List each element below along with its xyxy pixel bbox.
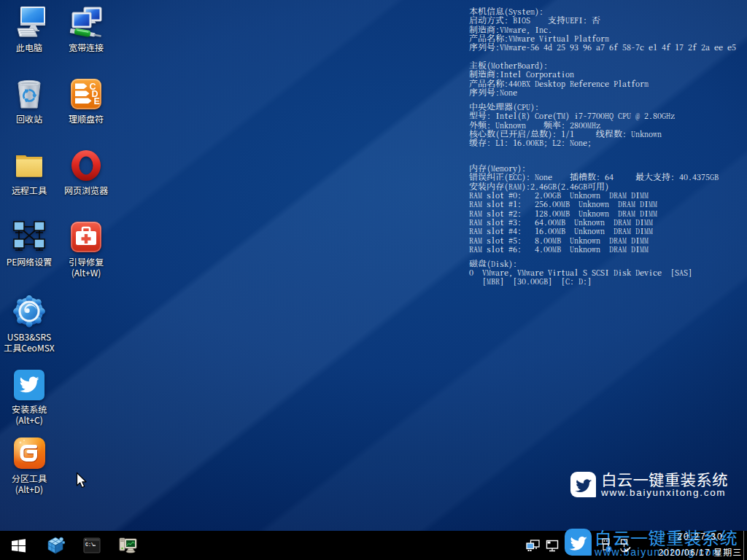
this-pc-icon (12, 6, 46, 39)
mouse-cursor (76, 472, 87, 489)
desktop-icon-label: 网页浏览器 (58, 184, 114, 195)
desktop-icon-recycle-bin[interactable]: 回收站 (1, 77, 57, 124)
twitter-bird-icon (573, 475, 593, 494)
taskbar-app-pecmd[interactable] (39, 531, 73, 560)
twitter-bird-app-icon (13, 369, 45, 401)
desktop-icon-label: USB3&SRS (1, 331, 57, 342)
system-info-section-cpu: 中央处理器(CPU): 型号: Intel(R) Core(TM) i7-770… (469, 102, 675, 147)
desktop-icon-remote-tools[interactable]: 远程工具 (1, 149, 57, 195)
tray-display-switch-icon[interactable] (523, 540, 542, 552)
hardware-monitor-icon (119, 537, 137, 554)
dual-display-icon (526, 540, 540, 552)
desktop-icon-label: PE网络设置 (1, 256, 57, 267)
system-info-section-memory: 内存(Memory): 错误纠正(ECC): None 插槽数: 64 最大支持… (469, 163, 719, 253)
desktop-icon-label: 引导修复 (58, 256, 114, 267)
windows-logo-icon (12, 539, 26, 553)
folder-icon (12, 149, 46, 182)
watermark-desktop: 白云一键重装系统 www.baiyunxitong.com (570, 472, 728, 498)
desktop-icon-label: 安装系统 (1, 403, 57, 414)
tray-input-device-icon[interactable] (615, 538, 634, 553)
broadband-icon (69, 6, 103, 39)
desktop-icon-pe-network-settings[interactable]: PE网络设置 (1, 220, 57, 267)
desktop-icon-this-pc[interactable]: 此电脑 (1, 6, 57, 52)
opera-icon (69, 149, 103, 182)
desktop-icon-label2: (Alt+C) (1, 414, 57, 425)
desktop-icon-label: 远程工具 (1, 184, 57, 195)
desktop-icon-install-system[interactable]: 安装系统 (Alt+C) (1, 369, 57, 425)
first-aid-kit-icon (69, 220, 103, 254)
desktop-icon-usb3-srs-tool[interactable]: USB3&SRS 工具CeoMSX (1, 294, 57, 353)
desktop-icon-label2: (Alt+D) (1, 483, 57, 494)
desktop-icon-label: 分区工具 (1, 472, 57, 483)
system-info-section-disk: 磁盘(Disk): 0 VMware, VMware Virtual S SCS… (469, 259, 692, 286)
tray-usb-unknown-icon[interactable]: ? (596, 538, 615, 553)
desktop: 本机信息(System): 启动方式: BIOS 支持UEFI: 否 制造商:V… (0, 0, 747, 560)
twitter-badge-icon (570, 472, 596, 497)
desktop-icon-broadband[interactable]: 宽带连接 (58, 6, 114, 52)
taskbar-app-hardware-monitor[interactable] (111, 531, 144, 560)
show-desktop-button[interactable] (743, 531, 747, 560)
diskgenius-icon (12, 436, 47, 470)
clock-date: 2020/06/17 星期三 (657, 548, 743, 558)
usb-question-mark: ? (607, 547, 610, 552)
display-icon (545, 540, 559, 552)
blue-cube-icon (47, 537, 65, 554)
desktop-icon-label2: 工具CeoMSX (1, 342, 57, 353)
watermark-text: 白云一键重装系统 www.baiyunxitong.com (601, 472, 728, 498)
usb-question-icon: ? (600, 538, 612, 553)
start-button[interactable] (4, 531, 32, 560)
desktop-icon-web-browser[interactable]: 网页浏览器 (58, 149, 114, 195)
desktop-icon-label: 此电脑 (1, 42, 57, 52)
recycle-bin-icon (12, 77, 46, 111)
desktop-icon-label2: (Alt+W) (58, 267, 114, 278)
tray-display-settings-icon[interactable] (542, 540, 561, 552)
system-info-section-system: 本机信息(System): 启动方式: BIOS 支持UEFI: 否 制造商:V… (469, 7, 736, 52)
clock-time: 20:27:30 (657, 532, 743, 542)
desktop-icon-partition-tool[interactable]: 分区工具 (Alt+D) (1, 436, 57, 494)
desktop-icon-label: 回收站 (1, 113, 57, 124)
system-tray: ? 20:27:30 2020/06/17 星期三 (523, 531, 747, 560)
desktop-icon-label: 理顺盘符 (58, 113, 114, 124)
taskbar-clock[interactable]: 20:27:30 2020/06/17 星期三 (657, 533, 743, 558)
watermark-url: www.baiyunxitong.com (601, 488, 728, 498)
taskbar-app-cmd[interactable]: C:\ (75, 531, 109, 560)
desktop-icon-label: 宽带连接 (58, 42, 114, 52)
usb-check-icon (618, 538, 631, 553)
drive-letter-tool-icon: C D E (69, 77, 103, 111)
system-info-section-motherboard: 主板(MotherBoard): 制造商:Intel Corporation 产… (469, 61, 649, 96)
desktop-icon-drive-letter-tool[interactable]: C D E 理顺盘符 (58, 77, 114, 124)
network-icon (12, 220, 47, 254)
watermark-title: 白云一键重装系统 (601, 471, 728, 487)
drive-letter-e: E (94, 96, 100, 106)
command-prompt-icon: C:\ (83, 537, 101, 553)
desktop-icon-boot-repair[interactable]: 引导修复 (Alt+W) (58, 220, 114, 278)
usb3-tool-gear-icon (12, 294, 47, 329)
